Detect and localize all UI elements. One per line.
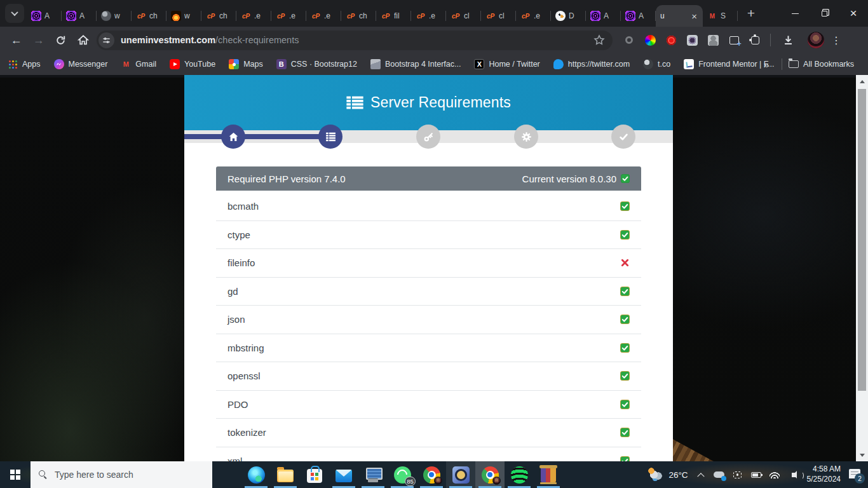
ring-icon — [625, 36, 633, 44]
browser-tab[interactable]: M S × — [703, 5, 738, 27]
scroll-down-button[interactable] — [856, 450, 868, 460]
bookmark-star-button[interactable] — [593, 34, 605, 46]
browser-tab[interactable]: A × — [27, 5, 62, 27]
extensions-menu-button[interactable] — [749, 34, 761, 46]
browser-tab[interactable]: cP ch × — [341, 5, 376, 27]
new-tab-button[interactable]: + — [742, 4, 761, 23]
forward-button[interactable]: → — [27, 29, 50, 51]
bookmark-label: Apps — [22, 60, 41, 69]
bookmark-item[interactable]: X Home / Twitter — [474, 59, 539, 69]
extension-icons — [623, 34, 761, 46]
wizard-stepper — [184, 130, 673, 143]
address-bar[interactable]: uneminvestment.com/check-requirements — [97, 30, 613, 50]
taskbar-app-button[interactable] — [446, 461, 475, 488]
window-extension-icon[interactable] — [728, 34, 740, 46]
capture-tray-icon[interactable] — [732, 469, 743, 480]
lens-extension-icon[interactable] — [686, 34, 698, 46]
requirement-row: fileinfo — [216, 249, 641, 278]
tab-title: ch — [219, 11, 232, 20]
bookmark-item[interactable]: Bootstrap 4 Interfac... — [370, 59, 461, 69]
profile-extension-icon[interactable] — [707, 34, 719, 46]
taskbar-app-button[interactable] — [505, 461, 534, 488]
browser-tab[interactable]: cP .e × — [306, 5, 341, 27]
taskbar-app-button[interactable] — [300, 461, 329, 488]
extension-name: gd — [227, 286, 238, 297]
battery-tray-icon[interactable] — [750, 469, 762, 480]
taskbar-app-button[interactable] — [329, 461, 358, 488]
volume-tray-icon[interactable] — [787, 469, 800, 480]
home-button[interactable] — [72, 29, 94, 51]
browser-tab[interactable]: D × — [551, 5, 586, 27]
browser-tab[interactable]: cP cl × — [446, 5, 481, 27]
check-badge-icon — [620, 343, 630, 353]
tray-expand-button[interactable] — [695, 469, 707, 480]
bookmark-item[interactable]: B CSS · Bootstrap12 — [276, 59, 357, 69]
onedrive-tray-icon[interactable] — [714, 469, 725, 480]
bookmark-item[interactable]: Maps — [229, 59, 263, 69]
page-scrollbar[interactable] — [856, 75, 868, 461]
tab-title: w — [184, 11, 197, 20]
all-bookmarks-button[interactable]: All Bookmarks — [789, 60, 854, 69]
tab-close-icon[interactable]: × — [690, 11, 698, 21]
browser-tab[interactable]: w × — [97, 5, 132, 27]
browser-tab[interactable]: w × — [166, 5, 201, 27]
recorder-extension-icon[interactable] — [665, 34, 677, 46]
taskbar-search-box[interactable]: Type here to search — [31, 461, 212, 488]
taskbar-app-button[interactable] — [475, 461, 505, 488]
restore-button[interactable] — [810, 0, 839, 27]
start-button[interactable] — [0, 461, 31, 488]
browser-tab[interactable]: u × — [656, 5, 703, 27]
action-center-button[interactable]: 2 — [848, 467, 863, 482]
taskbar-app-button[interactable] — [417, 461, 446, 488]
tab-title: cl — [499, 11, 512, 20]
bookmarks-overflow-button[interactable]: » — [757, 59, 775, 70]
browser-tab[interactable]: cP ch × — [132, 5, 166, 27]
browser-tab[interactable]: A × — [621, 5, 656, 27]
extension-ring-icon[interactable] — [623, 34, 635, 46]
bookmark-item[interactable]: M Gmail — [121, 59, 156, 69]
close-window-button[interactable]: × — [839, 0, 868, 27]
bookmark-favicon: X — [474, 59, 484, 69]
back-button[interactable]: ← — [5, 29, 27, 51]
taskbar-app-button[interactable] — [241, 461, 271, 488]
site-info-button[interactable] — [98, 32, 114, 48]
profile-avatar[interactable] — [808, 32, 824, 48]
bookmark-item[interactable]: YouTube — [170, 59, 215, 69]
page-title: Server Requirements — [346, 94, 511, 111]
browser-tab[interactable]: A × — [62, 5, 97, 27]
browser-tab[interactable]: A × — [586, 5, 621, 27]
taskbar-app-button[interactable] — [212, 461, 241, 488]
bookmark-item[interactable]: Messenger — [54, 59, 108, 69]
bookmark-item[interactable]: t.co — [643, 59, 670, 69]
browser-tab[interactable]: cP fil × — [376, 5, 411, 27]
bookmark-item[interactable]: https://twitter.com — [553, 59, 630, 69]
downloads-button[interactable] — [777, 29, 799, 51]
browser-tab[interactable]: cP cl × — [481, 5, 516, 27]
taskbar-clock[interactable]: 4:58 AM 5/25/2024 — [807, 464, 841, 484]
taskbar-app-button[interactable] — [358, 461, 388, 488]
chevron-up-icon — [697, 473, 704, 480]
taskbar-app-button[interactable] — [534, 461, 563, 488]
browser-tab[interactable]: cP .e × — [411, 5, 446, 27]
stepper-progress-fill — [184, 134, 330, 139]
minimize-button[interactable] — [780, 0, 810, 27]
browser-tab[interactable]: cP ch × — [201, 5, 236, 27]
color-wheel-icon — [645, 35, 656, 46]
browser-tab[interactable]: cP .e × — [516, 5, 551, 27]
reload-button[interactable] — [50, 29, 72, 51]
browser-tab[interactable]: cP .e × — [271, 5, 306, 27]
bookmark-item[interactable]: Apps — [8, 59, 41, 69]
screen: A × A × w × — [0, 0, 868, 488]
wifi-tray-icon[interactable] — [769, 469, 780, 480]
weather-widget[interactable]: 26°C — [647, 468, 688, 482]
tab-title: .e — [254, 11, 267, 20]
bookmark-label: Home / Twitter — [489, 60, 539, 69]
color-wheel-extension-icon[interactable] — [644, 34, 656, 46]
scroll-up-button[interactable] — [856, 76, 868, 86]
tab-search-button[interactable] — [5, 4, 24, 23]
browser-menu-button[interactable]: ⋮ — [831, 34, 842, 46]
taskbar-app-button[interactable]: 85 — [388, 461, 417, 488]
scrollbar-thumb[interactable] — [858, 89, 866, 391]
browser-tab[interactable]: cP .e × — [236, 5, 271, 27]
taskbar-app-button[interactable] — [271, 461, 300, 488]
